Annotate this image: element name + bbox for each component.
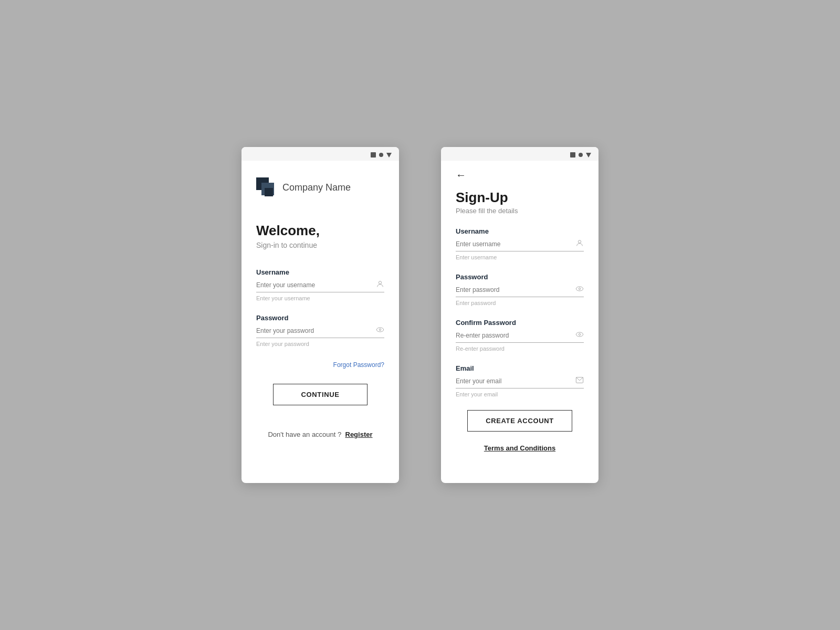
svg-point-2 bbox=[379, 329, 381, 330]
eye-icon[interactable] bbox=[376, 326, 384, 336]
register-link[interactable]: Register bbox=[345, 430, 373, 438]
svg-point-1 bbox=[376, 328, 383, 332]
login-username-input[interactable] bbox=[256, 279, 384, 292]
welcome-title: Welcome, bbox=[256, 223, 384, 239]
signup-title: Sign-Up bbox=[456, 190, 584, 206]
register-row: Don't have an account ? Register bbox=[242, 430, 399, 438]
signup-card: ← Sign-Up Please fill the details Userna… bbox=[441, 147, 598, 483]
signup-confirm-password-field: Confirm Password Re-enter password bbox=[456, 319, 584, 352]
signup-email-label: Email bbox=[456, 364, 584, 372]
terms-link[interactable]: Terms and Conditions bbox=[441, 444, 598, 452]
eye-icon[interactable] bbox=[575, 285, 584, 295]
svg-point-7 bbox=[579, 333, 580, 335]
signup-password-field: Password Enter password bbox=[456, 273, 584, 306]
status-square-icon bbox=[371, 152, 376, 158]
svg-point-3 bbox=[578, 240, 581, 243]
forgot-row: Forgot Password? bbox=[256, 360, 384, 369]
company-name: Company Name bbox=[282, 182, 351, 193]
scene: Company Name Welcome, Sign-in to continu… bbox=[242, 147, 598, 483]
user-icon bbox=[376, 280, 384, 290]
login-username-field: Username Enter your username bbox=[256, 268, 384, 301]
login-username-label: Username bbox=[256, 268, 384, 276]
signup-password-hint: Enter password bbox=[456, 300, 584, 306]
login-username-hint: Enter your username bbox=[256, 295, 384, 301]
user-icon bbox=[575, 239, 584, 249]
login-password-hint: Enter your password bbox=[256, 341, 384, 347]
no-account-text: Don't have an account ? bbox=[268, 430, 341, 438]
status-tri-icon bbox=[386, 153, 392, 158]
login-password-label: Password bbox=[256, 314, 384, 322]
svg-point-4 bbox=[576, 287, 583, 291]
signup-username-label: Username bbox=[456, 227, 584, 235]
welcome-subtitle: Sign-in to continue bbox=[256, 241, 384, 249]
signup-confirm-password-label: Confirm Password bbox=[456, 319, 584, 327]
email-icon bbox=[575, 376, 584, 386]
signup-status-bar bbox=[441, 147, 598, 161]
status-tri-icon bbox=[586, 153, 591, 158]
login-status-bar bbox=[242, 147, 399, 161]
login-card: Company Name Welcome, Sign-in to continu… bbox=[242, 147, 399, 483]
login-password-field: Password Enter your password bbox=[256, 314, 384, 347]
signup-email-field: Email Enter your email bbox=[456, 364, 584, 397]
signup-confirm-password-hint: Re-enter password bbox=[456, 345, 584, 352]
create-account-button[interactable]: CREATE ACCOUNT bbox=[467, 410, 572, 432]
back-button[interactable]: ← bbox=[456, 169, 466, 181]
signup-password-input[interactable] bbox=[456, 284, 584, 297]
logo-icon bbox=[256, 177, 276, 197]
continue-button[interactable]: CONTINUE bbox=[273, 384, 368, 405]
eye-icon[interactable] bbox=[575, 330, 584, 341]
logo-area: Company Name bbox=[256, 177, 384, 197]
svg-point-6 bbox=[576, 332, 583, 337]
svg-point-0 bbox=[379, 281, 381, 284]
status-dot-icon bbox=[379, 153, 383, 157]
signup-email-hint: Enter your email bbox=[456, 391, 584, 397]
login-password-input[interactable] bbox=[256, 325, 384, 338]
signup-username-field: Username Enter username bbox=[456, 227, 584, 260]
signup-subtitle: Please fill the details bbox=[456, 207, 584, 215]
signup-username-hint: Enter username bbox=[456, 254, 584, 260]
forgot-password-link[interactable]: Forgot Password? bbox=[333, 361, 384, 369]
signup-confirm-password-input[interactable] bbox=[456, 330, 584, 343]
signup-password-label: Password bbox=[456, 273, 584, 281]
signup-email-input[interactable] bbox=[456, 375, 584, 388]
svg-point-5 bbox=[579, 288, 580, 289]
status-square-icon bbox=[570, 152, 575, 158]
status-dot-icon bbox=[579, 153, 583, 157]
signup-username-input[interactable] bbox=[456, 238, 584, 251]
